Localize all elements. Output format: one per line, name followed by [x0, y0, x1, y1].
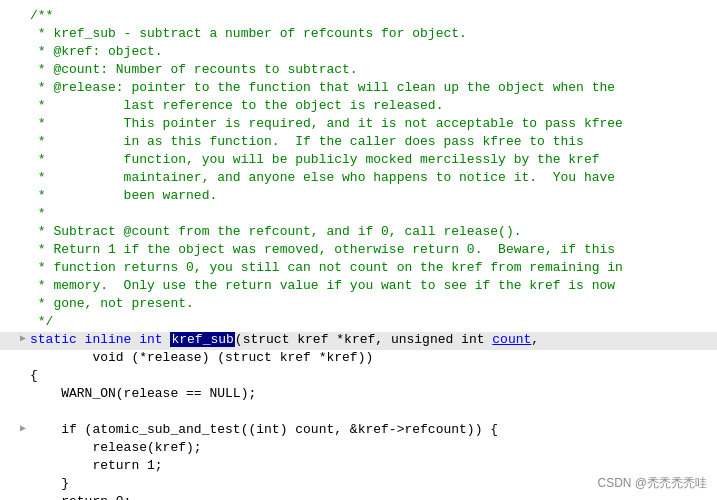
- line-content: * in as this function. If the caller doe…: [30, 134, 709, 149]
- line-content: return 1;: [30, 458, 709, 473]
- code-line: *: [0, 206, 717, 224]
- code-line: * This pointer is required, and it is no…: [0, 116, 717, 134]
- code-line: release(kref);: [0, 440, 717, 458]
- code-line: */: [0, 314, 717, 332]
- code-line: * @kref: object.: [0, 44, 717, 62]
- code-line: /**: [0, 8, 717, 26]
- code-line: * Return 1 if the object was removed, ot…: [0, 242, 717, 260]
- line-content: * @kref: object.: [30, 44, 709, 59]
- line-content: WARN_ON(release == NULL);: [30, 386, 709, 401]
- line-content: void (*release) (struct kref *kref)): [30, 350, 709, 365]
- line-content: * @count: Number of recounts to subtract…: [30, 62, 709, 77]
- line-content: if (atomic_sub_and_test((int) count, &kr…: [30, 422, 709, 437]
- line-content: * last reference to the object is releas…: [30, 98, 709, 113]
- code-viewer: /** * kref_sub - subtract a number of re…: [0, 0, 717, 500]
- code-line: * function returns 0, you still can not …: [0, 260, 717, 278]
- code-line: * function, you will be publicly mocked …: [0, 152, 717, 170]
- line-content: * function, you will be publicly mocked …: [30, 152, 709, 167]
- line-content: {: [30, 368, 709, 383]
- code-line: * @release: pointer to the function that…: [0, 80, 717, 98]
- line-content: * been warned.: [30, 188, 709, 203]
- line-content: * function returns 0, you still can not …: [30, 260, 709, 275]
- code-line: return 1;: [0, 458, 717, 476]
- code-line: ▶static inline int kref_sub(struct kref …: [0, 332, 717, 350]
- line-content: * @release: pointer to the function that…: [30, 80, 709, 95]
- code-line: WARN_ON(release == NULL);: [0, 386, 717, 404]
- code-line: * in as this function. If the caller doe…: [0, 134, 717, 152]
- code-line: {: [0, 368, 717, 386]
- code-line: * @count: Number of recounts to subtract…: [0, 62, 717, 80]
- line-content: return 0;: [30, 494, 709, 500]
- code-line: * Subtract @count from the refcount, and…: [0, 224, 717, 242]
- line-content: *: [30, 206, 709, 221]
- line-content: release(kref);: [30, 440, 709, 455]
- watermark-text: CSDN @禿禿禿禿哇: [597, 475, 707, 492]
- code-line: * maintainer, and anyone else who happen…: [0, 170, 717, 188]
- code-line: * been warned.: [0, 188, 717, 206]
- line-content: * gone, not present.: [30, 296, 709, 311]
- line-content: * maintainer, and anyone else who happen…: [30, 170, 709, 185]
- code-line: * last reference to the object is releas…: [0, 98, 717, 116]
- line-content: * This pointer is required, and it is no…: [30, 116, 709, 131]
- code-line: * kref_sub - subtract a number of refcou…: [0, 26, 717, 44]
- fold-icon[interactable]: ▶: [18, 332, 28, 344]
- code-line: * memory. Only use the return value if y…: [0, 278, 717, 296]
- line-content: static inline int kref_sub(struct kref *…: [30, 332, 709, 347]
- line-content: */: [30, 314, 709, 329]
- code-line: return 0;: [0, 494, 717, 500]
- line-content: * Subtract @count from the refcount, and…: [30, 224, 709, 239]
- line-content: * kref_sub - subtract a number of refcou…: [30, 26, 709, 41]
- fold-icon[interactable]: ▶: [18, 422, 28, 434]
- code-line: * gone, not present.: [0, 296, 717, 314]
- code-line: ▶ if (atomic_sub_and_test((int) count, &…: [0, 422, 717, 440]
- line-content: * memory. Only use the return value if y…: [30, 278, 709, 293]
- line-content: /**: [30, 8, 709, 23]
- line-content: * Return 1 if the object was removed, ot…: [30, 242, 709, 257]
- code-line: [0, 404, 717, 422]
- code-line: void (*release) (struct kref *kref)): [0, 350, 717, 368]
